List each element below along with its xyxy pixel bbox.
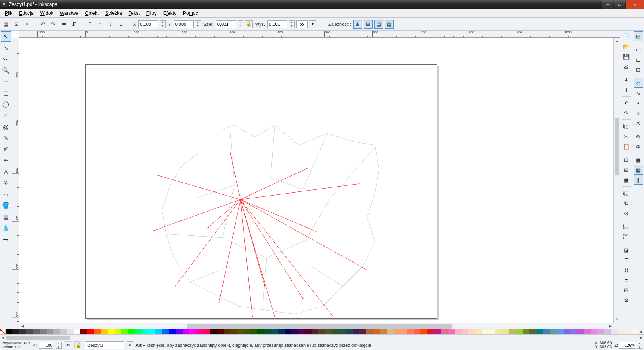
unit-dropdown-icon[interactable]: ▼: [309, 20, 316, 28]
zoom-fit-icon[interactable]: ⊡: [621, 155, 631, 165]
snap-rotation-icon[interactable]: ⊗: [634, 142, 643, 151]
swatch[interactable]: [285, 329, 291, 334]
swatch[interactable]: [475, 329, 482, 334]
swatch[interactable]: [441, 329, 448, 334]
swatch[interactable]: [53, 329, 60, 334]
height-spinner[interactable]: ▲▼: [289, 20, 295, 28]
swatch-none[interactable]: [0, 329, 6, 334]
eraser-tool[interactable]: ▱: [1, 189, 11, 200]
swatch[interactable]: [495, 329, 502, 334]
zoom-spinner[interactable]: ▲▼: [637, 342, 642, 349]
menu-obiekt[interactable]: Obiekt: [82, 10, 102, 17]
x-spinner[interactable]: ▲▼: [160, 20, 166, 28]
ruler-vertical[interactable]: 0100200300400500600: [12, 38, 19, 323]
swatch[interactable]: [33, 329, 40, 334]
swatch[interactable]: [94, 329, 101, 334]
swatch[interactable]: [115, 329, 121, 334]
deselect-button[interactable]: ▫: [23, 20, 31, 29]
width-input[interactable]: [216, 20, 236, 28]
3dbox-tool[interactable]: ◫: [1, 88, 11, 98]
swatch[interactable]: [80, 329, 87, 334]
swatch[interactable]: [353, 329, 359, 334]
rotate-cw-button[interactable]: ↷: [49, 20, 57, 29]
snap-bbox-edge-icon[interactable]: ⊏: [634, 55, 643, 64]
snap-page-icon[interactable]: ▣: [634, 155, 643, 165]
swatch[interactable]: [455, 329, 461, 334]
swatch[interactable]: [448, 329, 455, 334]
xml-icon[interactable]: ⟨⟩: [621, 265, 631, 275]
maximize-button[interactable]: ▭: [614, 0, 625, 9]
x-input[interactable]: [138, 20, 158, 28]
swatch[interactable]: [523, 329, 529, 334]
snap-bbox-corner-icon[interactable]: ⊡: [634, 65, 643, 74]
swatch[interactable]: [550, 329, 557, 334]
swatch[interactable]: [332, 329, 339, 334]
ungroup-icon[interactable]: ⿵: [621, 232, 631, 241]
close-button[interactable]: ✕: [626, 0, 644, 9]
swatch[interactable]: [632, 329, 638, 334]
layers-icon[interactable]: ≡: [621, 275, 631, 285]
zoom-input[interactable]: [619, 342, 636, 349]
swatch[interactable]: [318, 329, 325, 334]
swatch[interactable]: [434, 329, 441, 334]
swatch[interactable]: [536, 329, 543, 334]
snap-grid-icon[interactable]: ▦: [634, 165, 643, 175]
menu-filtry[interactable]: Filtry: [143, 10, 160, 17]
swatch[interactable]: [183, 329, 189, 334]
swatch[interactable]: [339, 329, 346, 334]
y-input[interactable]: [174, 20, 194, 28]
clone-icon[interactable]: ⧉: [621, 198, 631, 208]
snap-node-smooth-icon[interactable]: ○: [634, 108, 643, 118]
menu-plik[interactable]: Plik: [2, 10, 16, 17]
ellipse-tool[interactable]: ◯: [1, 99, 11, 109]
bucket-tool[interactable]: 🪣: [1, 200, 11, 211]
swatch[interactable]: [305, 329, 312, 334]
swatch[interactable]: [40, 329, 47, 334]
swatch[interactable]: [312, 329, 318, 334]
swatch[interactable]: [121, 329, 128, 334]
swatch[interactable]: [373, 329, 380, 334]
flip-v-button[interactable]: ⇵: [70, 20, 78, 29]
calligraphy-tool[interactable]: ✒: [1, 155, 11, 166]
rotate-ccw-button[interactable]: ↶: [38, 20, 47, 29]
swatch[interactable]: [196, 329, 203, 334]
rect-tool[interactable]: ▭: [1, 76, 11, 87]
height-input[interactable]: [267, 20, 287, 28]
flip-h-button[interactable]: ⇋: [59, 20, 68, 29]
swatch[interactable]: [278, 329, 285, 334]
swatch[interactable]: [420, 329, 427, 334]
swatch[interactable]: [400, 329, 407, 334]
swatch[interactable]: [244, 329, 250, 334]
canvas[interactable]: [19, 38, 613, 323]
vertical-scrollbar[interactable]: ▲ ▼: [613, 38, 620, 323]
cut-icon[interactable]: ✂: [621, 132, 631, 141]
lower-bottom-button[interactable]: ⤓: [117, 20, 125, 29]
opacity-input[interactable]: [39, 342, 53, 349]
menu-efekty[interactable]: Efekty: [160, 10, 180, 17]
swatch[interactable]: [210, 329, 217, 334]
swatch[interactable]: [557, 329, 564, 334]
swatch[interactable]: [74, 329, 80, 334]
swatch[interactable]: [291, 329, 298, 334]
menu-widok[interactable]: Widok: [37, 10, 56, 17]
swatch[interactable]: [298, 329, 305, 334]
swatch[interactable]: [604, 329, 611, 334]
raise-top-button[interactable]: ⤒: [85, 20, 94, 29]
swatch[interactable]: [618, 329, 625, 334]
fill-stroke-indicator[interactable]: Wypełnienie:N/D Kontur:N/D: [2, 341, 30, 349]
redo-icon[interactable]: ↷: [621, 108, 631, 118]
select-layer-button[interactable]: ⊡: [12, 20, 21, 29]
prefs-icon[interactable]: ⚙: [621, 295, 631, 305]
layer-lock-button[interactable]: 🔓: [74, 341, 82, 349]
swatch[interactable]: [482, 329, 489, 334]
horizontal-scrollbar[interactable]: [26, 323, 607, 329]
star-tool[interactable]: ☆: [1, 110, 11, 121]
pencil-tool[interactable]: ✎: [1, 133, 11, 143]
swatch[interactable]: [564, 329, 570, 334]
tweak-tool[interactable]: 〰: [1, 54, 11, 64]
swatch[interactable]: [271, 329, 278, 334]
swatch[interactable]: [217, 329, 224, 334]
swatch[interactable]: [87, 329, 94, 334]
y-spinner[interactable]: ▲▼: [195, 20, 201, 28]
swatch[interactable]: [509, 329, 516, 334]
